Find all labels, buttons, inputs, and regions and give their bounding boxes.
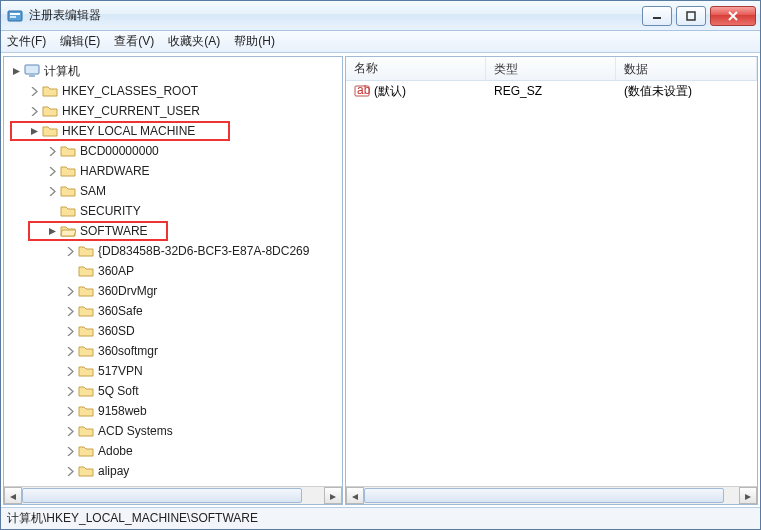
folder-icon [78, 423, 94, 439]
folder-icon [78, 243, 94, 259]
tree-root[interactable]: 计算机 [4, 61, 342, 81]
status-path: 计算机\HKEY_LOCAL_MACHINE\SOFTWARE [7, 510, 258, 527]
svg-rect-1 [10, 13, 20, 15]
folder-icon [60, 183, 76, 199]
list-header[interactable]: 名称 类型 数据 [346, 57, 757, 81]
scroll-right-button[interactable]: ▸ [739, 487, 757, 504]
tree-bcd[interactable]: BCD00000000 [4, 141, 342, 161]
tree-label: 9158web [98, 404, 147, 418]
scroll-right-button[interactable]: ▸ [324, 487, 342, 504]
tree-item[interactable]: alipay [4, 461, 342, 481]
tree-item[interactable]: 360Safe [4, 301, 342, 321]
header-data[interactable]: 数据 [616, 57, 757, 80]
menu-view[interactable]: 查看(V) [114, 33, 154, 50]
tree-label: HKEY_CURRENT_USER [62, 104, 200, 118]
list-hscrollbar[interactable]: ◂ ▸ [346, 486, 757, 504]
scroll-left-button[interactable]: ◂ [346, 487, 364, 504]
values-pane: 名称 类型 数据 ab (默认) REG_SZ (数值未设置) ◂ ▸ [345, 56, 758, 505]
scroll-thumb[interactable] [364, 488, 724, 503]
regedit-window: 注册表编辑器 文件(F) 编辑(E) 查看(V) 收藏夹(A) 帮助(H) 计算… [0, 0, 761, 530]
collapse-icon[interactable] [10, 65, 22, 77]
expand-icon[interactable] [64, 445, 76, 457]
app-icon [7, 8, 23, 24]
maximize-button[interactable] [676, 6, 706, 26]
tree-sam[interactable]: SAM [4, 181, 342, 201]
tree-item[interactable]: 9158web [4, 401, 342, 421]
folder-icon [78, 383, 94, 399]
tree-item[interactable]: 360AP [4, 261, 342, 281]
expand-icon[interactable] [64, 365, 76, 377]
tree-item[interactable]: 517VPN [4, 361, 342, 381]
tree-label: 517VPN [98, 364, 143, 378]
tree-software[interactable]: SOFTWARE [28, 221, 168, 241]
registry-tree[interactable]: 计算机 HKEY_CLASSES_ROOT HKEY_CURRENT_USER [4, 57, 342, 486]
minimize-button[interactable] [642, 6, 672, 26]
collapse-icon[interactable] [46, 225, 58, 237]
tree-hkcu[interactable]: HKEY_CURRENT_USER [4, 101, 342, 121]
collapse-icon[interactable] [28, 125, 40, 137]
expand-icon[interactable] [64, 245, 76, 257]
tree-item[interactable]: 360softmgr [4, 341, 342, 361]
tree-hkcr[interactable]: HKEY_CLASSES_ROOT [4, 81, 342, 101]
menubar: 文件(F) 编辑(E) 查看(V) 收藏夹(A) 帮助(H) [1, 31, 760, 53]
svg-text:ab: ab [357, 83, 370, 97]
tree-label: 360Safe [98, 304, 143, 318]
tree-label: SOFTWARE [80, 224, 148, 238]
tree-item[interactable]: 5Q Soft [4, 381, 342, 401]
menu-favorites[interactable]: 收藏夹(A) [168, 33, 220, 50]
expand-icon[interactable] [64, 285, 76, 297]
menu-help[interactable]: 帮助(H) [234, 33, 275, 50]
tree-hscrollbar[interactable]: ◂ ▸ [4, 486, 342, 504]
folder-icon [78, 363, 94, 379]
folder-icon [42, 83, 58, 99]
tree-item[interactable]: 360SD [4, 321, 342, 341]
tree-label: Adobe [98, 444, 133, 458]
value-name: (默认) [374, 83, 406, 100]
tree-label: 360SD [98, 324, 135, 338]
scroll-left-button[interactable]: ◂ [4, 487, 22, 504]
tree-item[interactable]: {DD83458B-32D6-BCF3-E87A-8DC269 [4, 241, 342, 261]
expand-icon[interactable] [64, 465, 76, 477]
tree-label: 5Q Soft [98, 384, 139, 398]
expand-icon[interactable] [64, 425, 76, 437]
tree-label: 计算机 [44, 63, 80, 80]
tree-label: ACD Systems [98, 424, 173, 438]
tree-label: HARDWARE [80, 164, 150, 178]
tree-security[interactable]: SECURITY [4, 201, 342, 221]
expand-icon[interactable] [64, 305, 76, 317]
folder-icon [78, 403, 94, 419]
header-type[interactable]: 类型 [486, 57, 616, 80]
close-button[interactable] [710, 6, 756, 26]
tree-hklm[interactable]: HKEY LOCAL MACHINE [10, 121, 230, 141]
value-type: REG_SZ [486, 82, 616, 100]
header-name[interactable]: 名称 [346, 57, 486, 80]
expand-icon[interactable] [64, 325, 76, 337]
folder-icon [78, 343, 94, 359]
list-row[interactable]: ab (默认) REG_SZ (数值未设置) [346, 81, 757, 101]
list-body[interactable]: ab (默认) REG_SZ (数值未设置) [346, 81, 757, 486]
scroll-thumb[interactable] [22, 488, 302, 503]
menu-file[interactable]: 文件(F) [7, 33, 46, 50]
svg-rect-2 [10, 16, 16, 18]
tree-label: BCD00000000 [80, 144, 159, 158]
tree-item[interactable]: Adobe [4, 441, 342, 461]
expand-icon[interactable] [28, 105, 40, 117]
tree-item[interactable]: ACD Systems [4, 421, 342, 441]
folder-icon [78, 443, 94, 459]
expand-icon[interactable] [64, 345, 76, 357]
expand-icon[interactable] [28, 85, 40, 97]
tree-item[interactable]: 360DrvMgr [4, 281, 342, 301]
folder-icon [42, 123, 58, 139]
expand-icon[interactable] [46, 185, 58, 197]
string-value-icon: ab [354, 83, 370, 99]
expand-icon[interactable] [64, 385, 76, 397]
expand-icon[interactable] [64, 405, 76, 417]
menu-edit[interactable]: 编辑(E) [60, 33, 100, 50]
expand-icon[interactable] [46, 145, 58, 157]
content: 计算机 HKEY_CLASSES_ROOT HKEY_CURRENT_USER [1, 53, 760, 507]
titlebar[interactable]: 注册表编辑器 [1, 1, 760, 31]
tree-hardware[interactable]: HARDWARE [4, 161, 342, 181]
folder-icon [60, 143, 76, 159]
tree-label: 360DrvMgr [98, 284, 157, 298]
expand-icon[interactable] [46, 165, 58, 177]
